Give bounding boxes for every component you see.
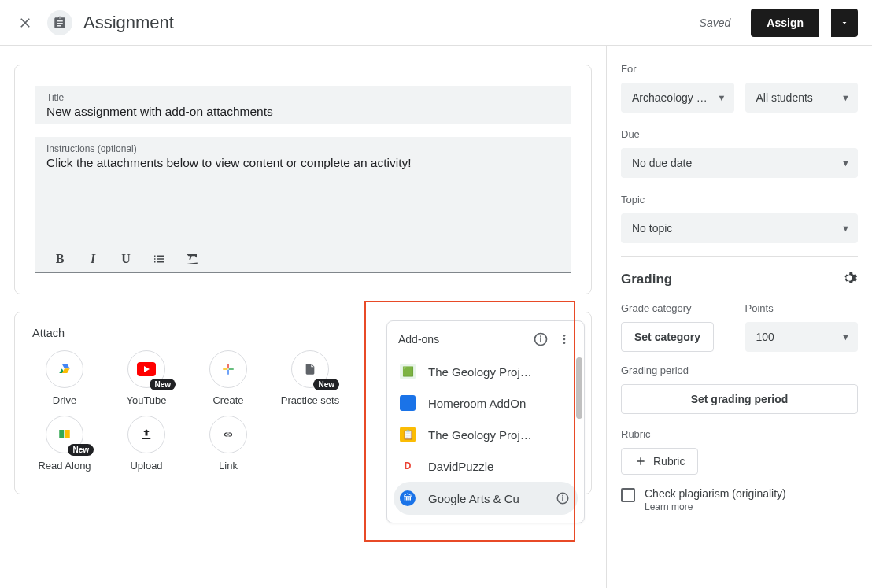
addons-heading: Add-ons bbox=[398, 333, 526, 346]
addon-icon: D bbox=[400, 458, 416, 474]
page-title: Assignment bbox=[83, 13, 174, 33]
addon-icon: 🟩 bbox=[400, 364, 416, 379]
grading-heading: Grading bbox=[621, 272, 672, 287]
title-field[interactable]: Title New assignment with add-on attachm… bbox=[35, 86, 571, 124]
topic-label: Topic bbox=[621, 194, 858, 205]
attach-read-along[interactable]: New Read Along bbox=[32, 416, 97, 473]
attach-create[interactable]: Create bbox=[196, 350, 260, 408]
close-button[interactable] bbox=[14, 12, 36, 34]
attach-drive[interactable]: Drive bbox=[32, 350, 97, 408]
scrollbar[interactable] bbox=[576, 357, 582, 419]
attach-link[interactable]: Link bbox=[196, 416, 260, 473]
assign-menu-button[interactable] bbox=[831, 9, 858, 37]
rubric-label: Rubric bbox=[621, 428, 858, 440]
divider bbox=[621, 256, 858, 257]
info-icon[interactable] bbox=[532, 331, 549, 348]
assignment-card: Title New assignment with add-on attachm… bbox=[14, 65, 592, 294]
instructions-label: Instructions (optional) bbox=[46, 143, 560, 154]
instructions-value: Click the attachments below to view cont… bbox=[46, 154, 560, 241]
attach-card: Attach Drive New YouTube Create New bbox=[14, 312, 592, 494]
svg-point-2 bbox=[563, 335, 566, 337]
grading-period-label: Grading period bbox=[621, 364, 858, 376]
plagiarism-label: Check plagiarism (originality) bbox=[645, 487, 786, 500]
addon-item[interactable]: 📋 The Geology Proj… bbox=[387, 419, 584, 450]
underline-icon[interactable]: U bbox=[117, 252, 135, 266]
assign-button[interactable]: Assign bbox=[751, 9, 819, 37]
rubric-button[interactable]: Rubric bbox=[621, 448, 698, 475]
attach-practice-sets[interactable]: New Practice sets bbox=[278, 350, 342, 408]
addons-panel: Add-ons 🟩 The Geology Proj… Homeroom Add… bbox=[386, 320, 585, 523]
addon-item[interactable]: 🟩 The Geology Proj… bbox=[387, 356, 584, 387]
svg-point-4 bbox=[563, 342, 566, 344]
plus-icon bbox=[634, 455, 647, 468]
right-panel: For Archaeology …▼ All students▼ Due No … bbox=[606, 46, 872, 588]
text-toolbar: B I U bbox=[46, 241, 560, 268]
attach-youtube[interactable]: New YouTube bbox=[114, 350, 179, 408]
addon-icon: 🏛 bbox=[400, 490, 416, 506]
title-value: New assignment with add-on attachments bbox=[46, 103, 560, 119]
saved-status: Saved bbox=[700, 17, 731, 29]
upload-icon bbox=[127, 416, 165, 453]
clear-format-icon[interactable] bbox=[183, 252, 201, 266]
addon-item-hovered[interactable]: 🏛 Google Arts & Cu bbox=[394, 482, 578, 515]
set-category-button[interactable]: Set category bbox=[621, 322, 714, 352]
info-icon[interactable] bbox=[554, 490, 571, 507]
header: Assignment Saved Assign bbox=[0, 0, 872, 46]
points-label: Points bbox=[745, 302, 859, 314]
due-select[interactable]: No due date▼ bbox=[621, 148, 858, 178]
assignment-icon bbox=[47, 10, 72, 35]
list-icon[interactable] bbox=[150, 252, 168, 266]
drive-icon bbox=[46, 350, 83, 388]
for-label: For bbox=[621, 63, 858, 75]
class-select[interactable]: Archaeology …▼ bbox=[621, 83, 734, 113]
gear-icon[interactable] bbox=[841, 269, 858, 290]
attach-grid: Drive New YouTube Create New Practice se… bbox=[32, 350, 363, 473]
students-select[interactable]: All students▼ bbox=[745, 83, 859, 113]
create-icon bbox=[209, 350, 247, 388]
addon-item[interactable]: D DavidPuzzle bbox=[387, 450, 584, 482]
addon-icon: 📋 bbox=[400, 427, 416, 442]
instructions-field[interactable]: Instructions (optional) Click the attach… bbox=[35, 137, 571, 273]
bold-icon[interactable]: B bbox=[51, 252, 68, 266]
italic-icon[interactable]: I bbox=[84, 252, 102, 266]
link-icon bbox=[209, 416, 247, 453]
attach-upload[interactable]: Upload bbox=[114, 416, 179, 473]
svg-point-3 bbox=[563, 338, 566, 341]
addon-item[interactable]: Homeroom AddOn bbox=[387, 387, 584, 419]
points-select[interactable]: 100▼ bbox=[745, 322, 859, 352]
more-icon[interactable] bbox=[556, 331, 573, 348]
plagiarism-checkbox[interactable] bbox=[621, 488, 635, 502]
title-label: Title bbox=[46, 92, 560, 103]
new-badge: New bbox=[68, 444, 94, 456]
due-label: Due bbox=[621, 128, 858, 140]
learn-more-link[interactable]: Learn more bbox=[645, 501, 786, 512]
grade-category-label: Grade category bbox=[621, 302, 734, 314]
topic-select[interactable]: No topic▼ bbox=[621, 213, 858, 243]
new-badge: New bbox=[150, 379, 176, 390]
set-grading-period-button[interactable]: Set grading period bbox=[621, 384, 858, 414]
addon-icon bbox=[400, 395, 416, 411]
new-badge: New bbox=[313, 379, 339, 390]
